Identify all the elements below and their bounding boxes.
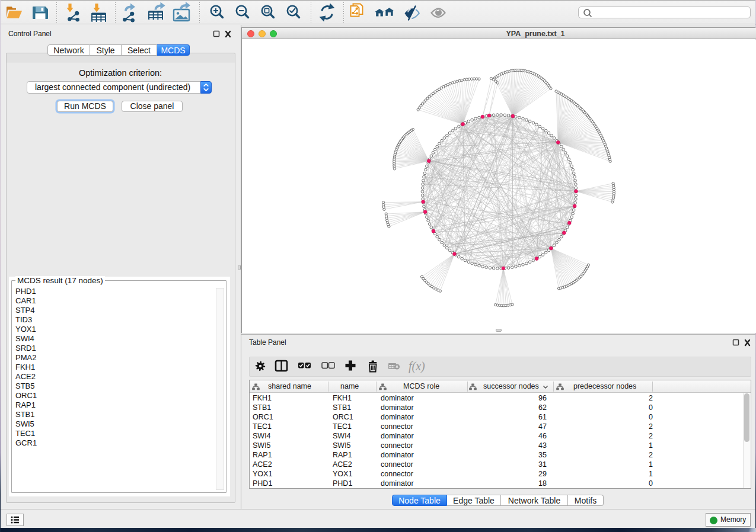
svg-text:f(x): f(x) — [409, 360, 425, 373]
